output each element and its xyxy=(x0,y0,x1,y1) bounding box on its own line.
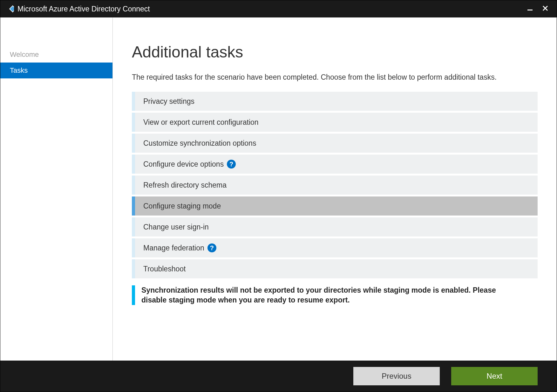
task-accent xyxy=(132,176,135,195)
task-privacy-settings[interactable]: Privacy settings xyxy=(132,92,538,111)
help-icon[interactable]: ? xyxy=(227,160,236,169)
task-accent xyxy=(132,217,135,236)
task-change-user-signin[interactable]: Change user sign-in xyxy=(132,217,538,236)
task-accent xyxy=(132,238,135,257)
wizard-footer: Previous Next xyxy=(0,361,557,392)
task-label: Troubleshoot xyxy=(135,265,186,273)
task-troubleshoot[interactable]: Troubleshoot xyxy=(132,259,538,278)
task-label: Manage federation xyxy=(135,244,204,252)
task-configure-device-options[interactable]: Configure device options ? xyxy=(132,155,538,174)
task-list: Privacy settings View or export current … xyxy=(132,92,538,278)
sidebar-step-label: Tasks xyxy=(10,66,28,74)
page-heading: Additional tasks xyxy=(132,43,538,61)
page-intro: The required tasks for the scenario have… xyxy=(132,72,520,82)
task-accent xyxy=(132,259,135,278)
window-controls xyxy=(527,4,552,13)
previous-button[interactable]: Previous xyxy=(353,367,440,385)
task-label: Privacy settings xyxy=(135,97,194,106)
task-configure-staging-mode[interactable]: Configure staging mode xyxy=(132,196,538,216)
app-title: Microsoft Azure Active Directory Connect xyxy=(17,5,527,13)
help-icon[interactable]: ? xyxy=(207,243,216,252)
close-icon[interactable] xyxy=(542,4,548,13)
task-label: Configure staging mode xyxy=(135,202,221,210)
task-accent xyxy=(132,155,135,174)
task-manage-federation[interactable]: Manage federation ? xyxy=(132,238,538,257)
notice-accent xyxy=(132,285,135,305)
task-label: Refresh directory schema xyxy=(135,181,227,189)
sidebar-step-label: Welcome xyxy=(10,50,39,58)
sidebar-step-tasks[interactable]: Tasks xyxy=(0,63,112,78)
task-view-export-config[interactable]: View or export current configuration xyxy=(132,113,538,132)
azure-ad-connect-icon xyxy=(5,4,14,14)
task-accent xyxy=(132,196,135,216)
task-accent xyxy=(132,113,135,132)
task-accent xyxy=(132,134,135,153)
sidebar-step-welcome[interactable]: Welcome xyxy=(0,47,112,63)
task-label: View or export current configuration xyxy=(135,118,259,127)
minimize-icon[interactable] xyxy=(527,4,533,13)
svg-rect-2 xyxy=(527,10,533,10)
next-button[interactable]: Next xyxy=(451,367,538,385)
app-body: Welcome Tasks Additional tasks The requi… xyxy=(0,17,557,361)
task-label: Change user sign-in xyxy=(135,223,209,231)
task-customize-sync[interactable]: Customize synchronization options xyxy=(132,134,538,153)
task-label: Customize synchronization options xyxy=(135,139,256,148)
notice-text: Synchronization results will not be expo… xyxy=(135,285,504,305)
wizard-sidebar: Welcome Tasks xyxy=(0,17,113,361)
staging-mode-notice: Synchronization results will not be expo… xyxy=(132,285,538,305)
task-refresh-schema[interactable]: Refresh directory schema xyxy=(132,176,538,195)
app-window: Microsoft Azure Active Directory Connect… xyxy=(0,0,557,392)
main-panel: Additional tasks The required tasks for … xyxy=(113,17,557,361)
task-accent xyxy=(132,92,135,111)
task-label: Configure device options xyxy=(135,160,224,169)
titlebar: Microsoft Azure Active Directory Connect xyxy=(0,0,557,17)
